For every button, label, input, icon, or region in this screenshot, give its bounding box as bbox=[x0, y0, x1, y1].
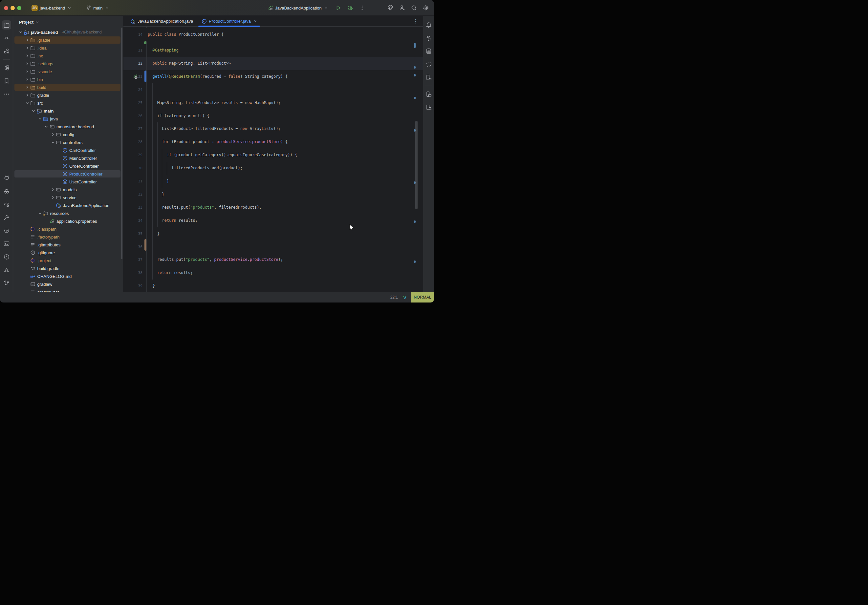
editor-scrollbar[interactable] bbox=[415, 121, 418, 209]
chevron-down-icon[interactable] bbox=[18, 29, 24, 35]
tab-options-icon[interactable]: ⋮ bbox=[413, 18, 423, 24]
chevron-right-icon[interactable] bbox=[50, 187, 56, 192]
minimize-window-button[interactable] bbox=[11, 6, 15, 10]
tree-item-CartController[interactable]: CCartController bbox=[13, 146, 123, 154]
settings-gear-icon[interactable] bbox=[422, 4, 429, 11]
chevron-down-icon[interactable] bbox=[37, 116, 43, 121]
project-selector[interactable]: JB java-backend bbox=[29, 4, 74, 12]
chevron-down-icon[interactable] bbox=[37, 210, 43, 216]
tree-item-.gitattributes[interactable]: .gitattributes bbox=[13, 241, 123, 249]
tree-item-.project[interactable]: .project bbox=[13, 257, 123, 265]
chevron-right-icon[interactable] bbox=[24, 53, 30, 59]
tool-stripe-button-warning[interactable] bbox=[0, 263, 13, 277]
tree-item-MainController[interactable]: CMainController bbox=[13, 154, 123, 162]
chevron-down-icon[interactable] bbox=[50, 140, 56, 145]
tool-stripe-button-gradle[interactable] bbox=[422, 58, 434, 71]
tree-item-.factorypath[interactable]: .factorypath bbox=[13, 233, 123, 241]
error-stripe-mark[interactable] bbox=[414, 66, 415, 68]
tree-item-config[interactable]: config bbox=[13, 131, 123, 138]
caret-position-widget[interactable]: 22:1 bbox=[391, 295, 398, 300]
tree-item-src[interactable]: src bbox=[13, 99, 123, 107]
close-tab-icon[interactable]: × bbox=[254, 19, 257, 23]
tree-item-.nx[interactable]: .nx bbox=[13, 52, 123, 60]
tree-item-.gitignore[interactable]: .gitignore bbox=[13, 249, 123, 257]
tool-stripe-button-ai-cat[interactable] bbox=[0, 172, 13, 185]
tree-item-main[interactable]: main bbox=[13, 107, 123, 115]
tree-item-gradle[interactable]: gradle bbox=[13, 91, 123, 99]
tool-stripe-button-device-search[interactable] bbox=[422, 101, 434, 114]
run-configuration-selector[interactable]: JavaBackendApplication bbox=[266, 4, 330, 12]
tree-item-models[interactable]: models bbox=[13, 186, 123, 193]
error-stripe-mark[interactable] bbox=[414, 260, 415, 263]
more-vertical-icon[interactable] bbox=[358, 4, 366, 11]
tool-stripe-button-problems[interactable] bbox=[0, 250, 13, 263]
tree-item-resources[interactable]: resources bbox=[13, 209, 123, 217]
tool-stripe-button-git-branch[interactable] bbox=[0, 277, 13, 290]
chevron-right-icon[interactable] bbox=[24, 93, 30, 98]
tree-item-.settings[interactable]: .settings bbox=[13, 60, 123, 68]
tree-item-service[interactable]: service bbox=[13, 193, 123, 201]
close-window-button[interactable] bbox=[4, 6, 8, 10]
tree-item-gradlew.bat[interactable]: gradlew.bat bbox=[13, 288, 123, 292]
vim-mode-badge[interactable]: NORMAL bbox=[411, 292, 434, 302]
tool-stripe-button-more[interactable] bbox=[0, 88, 13, 101]
chevron-right-icon[interactable] bbox=[50, 132, 56, 137]
tool-stripe-button-terminal[interactable] bbox=[0, 237, 13, 250]
chevron-right-icon[interactable] bbox=[24, 45, 30, 51]
editor-tab-JavaBackendApplication.java[interactable]: JavaBackendApplication.java bbox=[126, 16, 197, 26]
search-icon[interactable] bbox=[410, 4, 418, 11]
tree-item-.classpath[interactable]: .classpath bbox=[13, 225, 123, 233]
tool-stripe-button-running-devices[interactable] bbox=[422, 88, 434, 101]
tool-stripe-button-build-hammer[interactable] bbox=[0, 211, 13, 224]
ideavim-icon[interactable]: V bbox=[403, 295, 406, 300]
tool-stripe-button-services[interactable] bbox=[0, 224, 13, 237]
tree-item-build.gradle[interactable]: build.gradle bbox=[13, 265, 123, 272]
chevron-right-icon[interactable] bbox=[24, 37, 30, 43]
chevron-down-icon[interactable] bbox=[43, 124, 49, 129]
tree-item-bin[interactable]: bin bbox=[13, 76, 123, 84]
tool-stripe-button-commit[interactable] bbox=[0, 31, 13, 45]
chevron-right-icon[interactable] bbox=[24, 85, 30, 90]
run-play-icon[interactable] bbox=[335, 4, 342, 11]
debug-bug-icon[interactable] bbox=[347, 4, 354, 11]
tool-stripe-button-profiler[interactable] bbox=[0, 198, 13, 211]
tree-item-UserController[interactable]: CUserController bbox=[13, 178, 123, 186]
tree-item-java-backend[interactable]: java-backend~/Github/java-backend bbox=[13, 28, 123, 36]
request-mapping-gutter-icon[interactable] bbox=[133, 74, 138, 79]
error-stripe-mark[interactable] bbox=[414, 74, 415, 76]
code-editor[interactable]: 21 @GetMapping22 public Map<String, List… bbox=[124, 26, 423, 292]
tree-item-monostore.backend[interactable]: monostore.backend bbox=[13, 123, 123, 131]
add-user-icon[interactable] bbox=[398, 4, 406, 11]
error-stripe-mark[interactable] bbox=[414, 43, 415, 48]
tool-stripe-button-bell[interactable] bbox=[422, 19, 434, 31]
tool-stripe-button-bookmarks[interactable] bbox=[0, 74, 13, 88]
tree-item-JavaBackendApplication[interactable]: JavaBackendApplication bbox=[13, 201, 123, 209]
tree-item-.gradle[interactable]: .gradle bbox=[13, 36, 123, 44]
branch-selector[interactable]: main bbox=[84, 4, 111, 12]
tool-stripe-button-incognito[interactable] bbox=[0, 185, 13, 198]
tool-stripe-button-structure[interactable] bbox=[0, 45, 13, 58]
error-stripe-mark[interactable] bbox=[414, 220, 415, 223]
chevron-down-icon[interactable] bbox=[31, 108, 36, 113]
tool-stripe-button-hierarchy[interactable] bbox=[0, 61, 13, 74]
tree-item-java[interactable]: java bbox=[13, 115, 123, 123]
ai-assistant-icon[interactable] bbox=[387, 4, 394, 11]
chevron-right-icon[interactable] bbox=[24, 61, 30, 66]
tool-stripe-button-ai-chat[interactable] bbox=[422, 31, 434, 45]
tree-item-application.properties[interactable]: application.properties bbox=[13, 217, 123, 225]
chevron-right-icon[interactable] bbox=[24, 77, 30, 82]
editor-tab-ProductController.java[interactable]: CProductController.java× bbox=[197, 16, 261, 26]
tree-item-CHANGELOG.md[interactable]: MCHANGELOG.md bbox=[13, 272, 123, 280]
zoom-window-button[interactable] bbox=[17, 6, 21, 10]
tree-item-OrderController[interactable]: COrderController bbox=[13, 162, 123, 170]
chevron-down-icon[interactable] bbox=[24, 101, 30, 106]
chevron-right-icon[interactable] bbox=[50, 195, 56, 200]
tree-item-ProductController[interactable]: CProductController bbox=[13, 170, 123, 178]
chevron-down-icon[interactable] bbox=[35, 20, 39, 24]
tree-item-.vscode[interactable]: .vscode bbox=[13, 68, 123, 76]
tree-item-controllers[interactable]: controllers bbox=[13, 138, 123, 146]
tool-stripe-button-device-android[interactable] bbox=[422, 71, 434, 84]
tree-item-gradlew[interactable]: gradlew bbox=[13, 280, 123, 288]
tool-stripe-button-database[interactable] bbox=[422, 45, 434, 58]
project-tree-scrollbar[interactable] bbox=[121, 28, 122, 259]
